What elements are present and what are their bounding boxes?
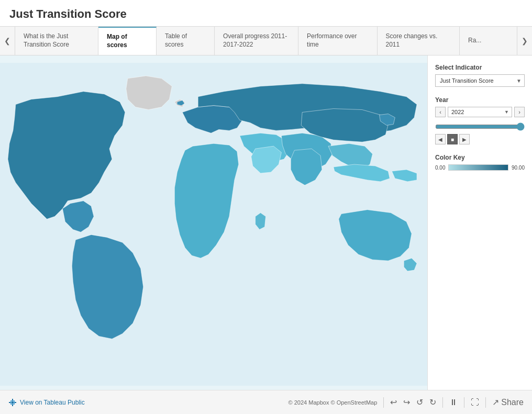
share-button[interactable]: ↗ Share	[492, 397, 524, 407]
indicator-section: Select Indicator Just Transition Score ▼	[435, 64, 525, 87]
app-title: Just Transition Score	[0, 0, 532, 26]
tab-overall[interactable]: Overall progress 2011-2017-2022	[215, 27, 298, 55]
revert-button[interactable]: ↺	[416, 397, 423, 407]
color-key-max: 90.00	[512, 165, 525, 171]
footer-copyright: © 2024 Mapbox © OpenStreetMap	[289, 399, 378, 406]
color-key-min: 0.00	[435, 165, 445, 171]
map-area	[0, 55, 427, 393]
footer: View on Tableau Public © 2024 Mapbox © O…	[0, 390, 532, 414]
year-label: Year	[435, 96, 525, 104]
nav-next-button[interactable]: ❯	[517, 27, 532, 55]
tab-what[interactable]: What is the Just Transition Score	[15, 27, 98, 55]
play-next-button[interactable]: ▶	[459, 134, 470, 144]
indicator-select[interactable]: Just Transition Score	[435, 74, 525, 87]
color-key-section: Color Key 0.00 90.00	[435, 154, 525, 171]
footer-left: View on Tableau Public	[8, 398, 85, 407]
color-key-label: Color Key	[435, 154, 525, 161]
indicator-select-wrapper: Just Transition Score ▼	[435, 74, 525, 87]
world-map	[0, 55, 427, 393]
play-prev-button[interactable]: ◀	[435, 134, 446, 144]
nav-tabs: ❮ What is the Just Transition Score Map …	[0, 26, 532, 55]
forward-button[interactable]: ↻	[429, 397, 436, 407]
tab-ra[interactable]: Ra...	[460, 27, 517, 55]
footer-divider-2	[442, 397, 443, 408]
pause-button[interactable]: ⏸	[449, 398, 458, 407]
tab-table[interactable]: Table of scores	[157, 27, 215, 55]
share-icon: ↗	[492, 397, 499, 407]
tab-changes[interactable]: Score changes vs. 2011	[378, 27, 460, 55]
svg-rect-6	[10, 404, 15, 405]
main-content: Select Indicator Just Transition Score ▼…	[0, 55, 532, 393]
year-slider[interactable]	[435, 122, 525, 131]
view-tableau-link[interactable]: View on Tableau Public	[8, 398, 85, 407]
share-label: Share	[501, 398, 524, 407]
year-select-wrapper: 2011 2017 2022 ▼	[448, 107, 512, 117]
year-control: ‹ 2011 2017 2022 ▼ ›	[435, 107, 525, 117]
tab-map[interactable]: Map of scores	[98, 27, 157, 55]
year-select[interactable]: 2011 2017 2022	[448, 107, 512, 117]
indicator-label: Select Indicator	[435, 64, 525, 71]
right-panel: Select Indicator Just Transition Score ▼…	[427, 55, 532, 393]
fullscreen-button[interactable]: ⛶	[471, 398, 479, 407]
redo-button[interactable]: ↪	[403, 397, 410, 407]
play-stop-button[interactable]: ■	[447, 134, 458, 144]
footer-divider	[383, 397, 384, 408]
footer-divider-4	[485, 397, 486, 408]
undo-button[interactable]: ↩	[390, 397, 397, 407]
footer-right: © 2024 Mapbox © OpenStreetMap ↩ ↪ ↺ ↻ ⏸ …	[289, 397, 524, 408]
footer-divider-3	[464, 397, 464, 408]
year-section: Year ‹ 2011 2017 2022 ▼ › ◀ ■ ▶	[435, 96, 525, 144]
color-gradient	[448, 164, 508, 171]
year-next-button[interactable]: ›	[514, 107, 525, 117]
svg-rect-5	[10, 400, 15, 401]
nav-prev-button[interactable]: ❮	[0, 27, 15, 55]
view-tableau-label: View on Tableau Public	[20, 399, 85, 406]
tableau-icon	[8, 398, 17, 407]
playback-controls: ◀ ■ ▶	[435, 134, 525, 144]
tab-performance[interactable]: Performance over time	[298, 27, 377, 55]
svg-rect-2	[9, 402, 16, 403]
color-key-bar: 0.00 90.00	[435, 164, 525, 171]
year-prev-button[interactable]: ‹	[435, 107, 446, 117]
